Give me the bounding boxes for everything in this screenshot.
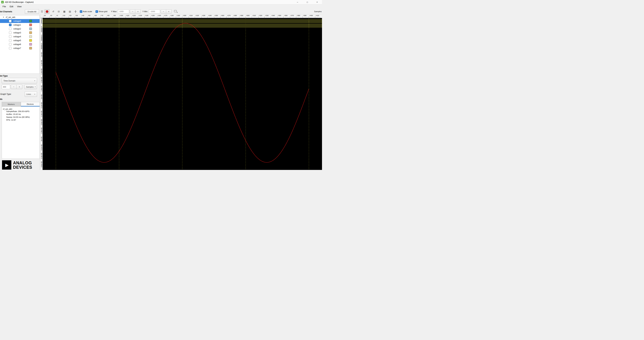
grid-view-button[interactable]: ▦: [62, 9, 66, 14]
channel-row[interactable]: voltage3: [0, 31, 40, 35]
menu-edit[interactable]: Edit: [8, 5, 15, 8]
channel-row[interactable]: voltage6: [0, 42, 40, 46]
x-ruler-label: +250: [214, 14, 218, 16]
device-info-panel: cf_axi_adc: SampleRate: 256.00 kSPSHz/Bi…: [2, 107, 40, 159]
device-info-lines: SampleRate: 256.00 kSPSHz/Bin: 15.62 HzS…: [3, 110, 38, 122]
y-max-decrement-button[interactable]: −: [130, 9, 135, 13]
maximize-button[interactable]: □: [302, 0, 312, 4]
measure-icon: ▤: [69, 10, 71, 13]
info-tabs: Markers Devices: [2, 102, 40, 107]
x-ruler-label: +350: [278, 14, 281, 16]
close-button[interactable]: ×: [312, 0, 322, 4]
x-ruler-label: +190: [176, 14, 180, 16]
channel-label: voltage0: [13, 20, 21, 22]
channel-checkbox[interactable]: [9, 39, 12, 42]
plot-canvas[interactable]: [42, 18, 322, 170]
channel-color-swatch[interactable]: [29, 20, 32, 22]
auto-scale-checkbox[interactable]: ✓: [80, 10, 82, 13]
menu-file[interactable]: File: [1, 5, 8, 8]
tab-markers[interactable]: Markers: [2, 102, 21, 107]
channel-checkbox[interactable]: [9, 35, 12, 38]
x-ruler-label: +410: [316, 14, 319, 16]
show-grid-checkbox[interactable]: ✓: [96, 10, 98, 13]
sample-count-decrement-button[interactable]: −: [11, 85, 16, 89]
channel-row[interactable]: voltage7: [0, 46, 40, 50]
channel-row[interactable]: voltage0: [0, 19, 40, 23]
zoom-fit-button[interactable]: ↺: [51, 9, 56, 14]
zoom-out-button[interactable]: ⊟: [56, 9, 61, 14]
sample-count-input[interactable]: [2, 85, 10, 89]
y-axis-label: -1.6e+05: [40, 77, 42, 83]
device-info-line: SampleRate: 256.00 kSPS: [3, 110, 38, 113]
enable-all-button[interactable]: Enable All: [25, 9, 39, 14]
sample-unit-value: Samples: [26, 86, 34, 88]
record-icon: [46, 10, 48, 13]
channel-color-swatch[interactable]: [29, 27, 32, 30]
channel-color-swatch[interactable]: [29, 39, 32, 42]
channel-color-swatch[interactable]: [29, 43, 32, 46]
tab-devices[interactable]: Devices: [21, 102, 40, 107]
graph-type-dropdown[interactable]: Lines ▼: [25, 91, 37, 97]
expander-icon[interactable]: ▼: [3, 16, 4, 18]
channel-checkbox[interactable]: [9, 31, 12, 34]
x-ruler-label: +70: [100, 14, 103, 16]
new-plot-button[interactable]: +: [174, 9, 178, 14]
y-min-label: Y Min:: [142, 10, 148, 12]
x-ruler-label: +60: [94, 14, 97, 16]
channel-color-swatch[interactable]: [29, 35, 32, 38]
channel-color-swatch[interactable]: [29, 24, 32, 26]
sample-unit-dropdown[interactable]: Samples ▼: [24, 85, 37, 89]
plus-icon: +: [19, 86, 20, 88]
sample-count-increment-button[interactable]: +: [16, 85, 22, 89]
y-max-input[interactable]: [118, 9, 129, 13]
y-axis-label: -20000.0: [40, 18, 42, 24]
channel-tree: ▼ cf_axi_adc voltage0✓voltage1voltage2vo…: [0, 15, 40, 74]
x-ruler-label: +330: [265, 14, 268, 16]
x-ruler-label: +220: [195, 14, 199, 16]
analog-devices-logo: ▶ ANALOG DEVICES: [2, 160, 32, 170]
waveform-line: [56, 23, 309, 163]
waveform-svg: [42, 18, 322, 170]
x-ruler-label: +140: [145, 14, 148, 16]
move-icon: [74, 10, 77, 13]
x-ruler-label: +320: [258, 14, 262, 16]
y-axis-label: -1.4e+05: [40, 68, 42, 75]
y-axis-label: -2.6e+05: [40, 119, 42, 126]
x-ruler-label: +300: [246, 14, 250, 16]
measure-button[interactable]: ▤: [68, 9, 72, 14]
channel-row[interactable]: voltage2: [0, 27, 40, 31]
x-ruler-label: +100: [119, 14, 123, 16]
channel-checkbox[interactable]: [9, 43, 12, 46]
y-min-decrement-button[interactable]: −: [161, 9, 166, 13]
x-ruler-label: +110: [126, 14, 129, 16]
capture-button[interactable]: [44, 9, 50, 14]
channel-row[interactable]: voltage5: [0, 38, 40, 42]
channel-checkbox[interactable]: [9, 20, 12, 22]
move-button[interactable]: [73, 9, 78, 14]
device-group-row[interactable]: ▼ cf_axi_adc: [0, 15, 40, 19]
menu-view[interactable]: View: [15, 5, 24, 8]
grip-icon[interactable]: [41, 10, 43, 13]
y-min-input[interactable]: [149, 9, 160, 13]
channel-checkbox[interactable]: [9, 27, 12, 30]
y-axis-label: -3.6e+05: [40, 161, 42, 168]
channel-checkbox[interactable]: [9, 47, 12, 49]
channel-row[interactable]: ✓voltage1: [0, 23, 40, 27]
app-icon-triangle: ▶: [2, 1, 3, 3]
x-ruler-label: +290: [240, 14, 243, 16]
channel-color-swatch[interactable]: [29, 47, 32, 49]
plot-type-dropdown[interactable]: Time Domain ▼: [2, 78, 37, 84]
channel-checkbox[interactable]: ✓: [9, 24, 12, 26]
graph-type-label: Graph Type:: [0, 93, 12, 95]
channel-row[interactable]: voltage4: [0, 35, 40, 38]
app-icon: ▶: [1, 1, 4, 3]
minimize-button[interactable]: –: [292, 0, 302, 4]
y-axis-label: -3.4e+05: [40, 153, 42, 159]
channel-color-swatch[interactable]: [29, 31, 32, 34]
y-min-increment-button[interactable]: +: [166, 9, 172, 13]
y-max-increment-button[interactable]: +: [135, 9, 141, 13]
x-ruler-label: +90: [113, 14, 116, 16]
y-axis-label: -1.2e+05: [40, 60, 42, 66]
x-ruler-label: +0: [56, 14, 58, 16]
menubar: File Edit View: [0, 4, 322, 9]
